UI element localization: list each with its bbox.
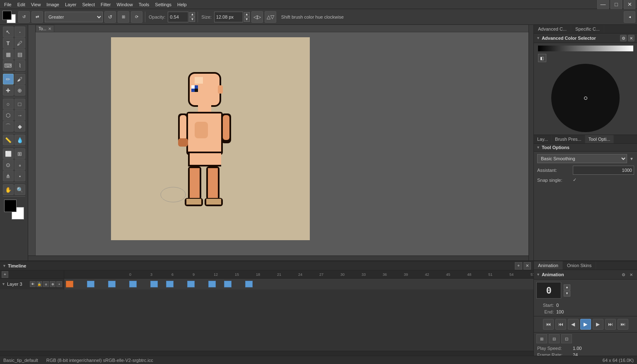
- frame-6[interactable]: [108, 281, 116, 287]
- animation-settings-btn[interactable]: ⚙: [620, 271, 627, 278]
- frame-21[interactable]: [208, 281, 216, 287]
- tool-options-collapse-arrow[interactable]: ▼: [536, 145, 540, 149]
- tool-patch-btn[interactable]: ⌨: [3, 60, 14, 71]
- animation-tab[interactable]: Animation: [534, 261, 563, 270]
- brush-options-btn[interactable]: ⊞: [118, 11, 129, 23]
- frame-27[interactable]: [245, 281, 253, 287]
- color-selector-close-btn[interactable]: ✕: [628, 35, 635, 41]
- opacity-input[interactable]: [168, 12, 188, 22]
- loop-btn[interactable]: ⊞: [536, 334, 547, 343]
- toolbar-expand-btn[interactable]: ◂: [624, 11, 635, 23]
- tool-clone-btn[interactable]: ⊕: [14, 85, 25, 96]
- fg-color-box[interactable]: [4, 200, 17, 212]
- canvas-content[interactable]: [111, 37, 310, 240]
- layers-subtab[interactable]: Lay...: [534, 135, 552, 143]
- frame-24[interactable]: [224, 281, 232, 287]
- size-up-btn[interactable]: ▲: [244, 12, 250, 17]
- opacity-up-btn[interactable]: ▲: [189, 12, 195, 17]
- tool-frame-btn[interactable]: ⬜: [3, 148, 14, 159]
- size-spinner[interactable]: ▲ ▼: [244, 12, 250, 22]
- animation-collapse-arrow[interactable]: ▼: [536, 272, 540, 277]
- menu-window[interactable]: Window: [114, 1, 135, 8]
- play-backward-btn[interactable]: ◀: [568, 319, 579, 330]
- frame-counter-spinner[interactable]: ▲ ▼: [564, 284, 570, 297]
- skip-to-start-btn[interactable]: ⏮: [543, 319, 554, 330]
- window-maximize-btn[interactable]: □: [610, 0, 622, 10]
- smoothing-select[interactable]: Basic Smoothing: [537, 154, 627, 163]
- color-gradient-bar[interactable]: [538, 46, 633, 51]
- import-btn[interactable]: ⊡: [561, 334, 572, 343]
- frame-18[interactable]: [187, 281, 195, 287]
- frame-counter-up-btn[interactable]: ▲: [564, 284, 570, 290]
- color-wheel[interactable]: [551, 64, 620, 132]
- brush-preset-select[interactable]: Greater: [45, 12, 103, 22]
- tool-arrow-btn[interactable]: ↖: [3, 27, 14, 37]
- menu-help[interactable]: Help: [175, 1, 189, 8]
- menu-layer[interactable]: Layer: [63, 1, 79, 8]
- horizontal-scrollbar[interactable]: [28, 256, 533, 260]
- tool-calligraphy-btn[interactable]: 🖊: [14, 38, 25, 48]
- frame-9[interactable]: [129, 281, 137, 287]
- opacity-spinner[interactable]: ▲ ▼: [189, 12, 195, 22]
- tool-brush-btn[interactable]: 🖌: [14, 74, 25, 84]
- color-selector-collapse-arrow[interactable]: ▼: [536, 36, 540, 40]
- layer-add-frame-btn[interactable]: +: [56, 281, 62, 287]
- timeline-collapse-arrow[interactable]: ▼: [2, 264, 6, 268]
- tool-lasso-btn[interactable]: ∘: [14, 159, 25, 170]
- tool-anchor-btn[interactable]: ◆: [14, 121, 25, 132]
- tool-fill-btn[interactable]: ▦: [3, 49, 14, 60]
- menu-select[interactable]: Select: [80, 1, 97, 8]
- document-tab[interactable]: To... ✕: [36, 25, 54, 32]
- window-close-btn[interactable]: ✕: [624, 0, 635, 10]
- frame-15[interactable]: [166, 281, 174, 287]
- tool-polygon-btn[interactable]: ⬡: [3, 110, 14, 121]
- tool-ellsel-btn[interactable]: ⊙: [3, 159, 14, 170]
- tool-zoom-btn[interactable]: 🔍: [14, 184, 25, 195]
- tool-freesel-btn[interactable]: ⋔: [3, 171, 14, 181]
- layer-collapse-arrow[interactable]: ▼: [2, 282, 5, 286]
- vertical-scrollbar[interactable]: [528, 25, 533, 260]
- menu-settings[interactable]: Settings: [152, 1, 174, 8]
- layer-alpha-btn[interactable]: α: [43, 281, 49, 287]
- onion-skins-tab[interactable]: Onion Skins: [563, 261, 596, 270]
- tool-layer-btn[interactable]: ⊞: [14, 148, 25, 159]
- timeline-close-btn[interactable]: ✕: [524, 262, 531, 270]
- play-btn[interactable]: ▶: [580, 319, 591, 330]
- advanced-color-tab[interactable]: Advanced C...: [534, 25, 571, 33]
- menu-filter[interactable]: Filter: [98, 1, 113, 8]
- document-close-btn[interactable]: ✕: [48, 27, 51, 31]
- canvas-area[interactable]: To... ✕: [28, 25, 533, 260]
- size-input[interactable]: [214, 12, 243, 22]
- next-frame-btn[interactable]: ⏭: [605, 319, 616, 330]
- swap-colors-btn[interactable]: ⇄: [31, 11, 43, 23]
- opacity-down-btn[interactable]: ▼: [189, 17, 195, 22]
- brushpresets-subtab[interactable]: Brush Pres...: [552, 135, 585, 143]
- animation-close-btn[interactable]: ✕: [628, 271, 635, 278]
- layer-inherit-btn[interactable]: ⊕: [50, 281, 55, 287]
- layer-visible-btn[interactable]: 👁: [30, 281, 36, 287]
- tool-measure-btn[interactable]: 📏: [3, 135, 14, 145]
- brush-reset-btn[interactable]: ⟳: [131, 11, 142, 23]
- assistant-input[interactable]: [573, 166, 634, 175]
- frame-counter-down-btn[interactable]: ▼: [564, 291, 570, 297]
- color-selector-mode-btn[interactable]: ◧: [538, 54, 546, 62]
- frame-12[interactable]: [150, 281, 158, 287]
- brush-flip-h-btn[interactable]: ◁▷: [251, 11, 263, 23]
- timeline-add-layer-btn[interactable]: +: [2, 271, 8, 278]
- frame-0[interactable]: [66, 281, 73, 287]
- timeline-add-btn[interactable]: +: [515, 262, 522, 270]
- tool-rect-btn[interactable]: □: [14, 99, 25, 109]
- color-selector-settings-btn[interactable]: ⚙: [620, 35, 627, 41]
- menu-tools[interactable]: Tools: [136, 1, 152, 8]
- tool-pan-btn[interactable]: ✋: [3, 184, 14, 195]
- tool-polyline-btn[interactable]: →: [14, 110, 25, 121]
- prev-frame-btn[interactable]: ⏮: [555, 319, 566, 330]
- tool-pencil-btn[interactable]: ✏: [3, 74, 14, 84]
- size-down-btn[interactable]: ▼: [244, 17, 250, 22]
- tool-magicwand-btn[interactable]: ⋆: [14, 171, 25, 181]
- brush-flip-v-btn[interactable]: △▽: [265, 11, 276, 23]
- tool-cursor-btn[interactable]: ⋅: [14, 27, 25, 37]
- tool-path-btn[interactable]: ⌒: [3, 121, 14, 132]
- tool-text-btn[interactable]: T: [3, 38, 14, 48]
- menu-edit[interactable]: Edit: [15, 1, 28, 8]
